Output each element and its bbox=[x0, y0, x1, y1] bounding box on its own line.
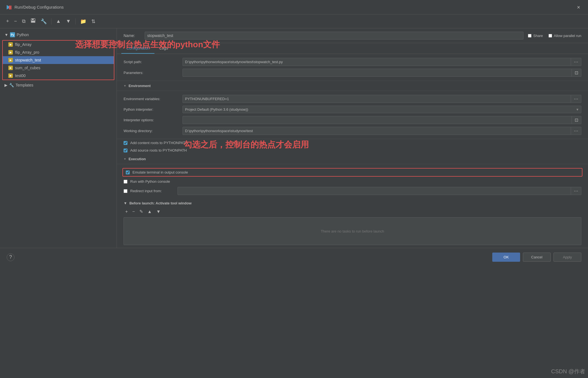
svg-rect-2 bbox=[10, 6, 11, 9]
add-content-roots-checkbox[interactable] bbox=[124, 141, 127, 145]
redirect-input-group: ⋯ bbox=[178, 187, 581, 195]
flip-array-label: flip_Array bbox=[15, 42, 31, 47]
add-source-roots-checkbox[interactable] bbox=[124, 149, 127, 152]
working-dir-row: Working directory: ⋯ bbox=[124, 127, 581, 135]
flip-array-pro-label: flip_Array_pro bbox=[15, 50, 39, 55]
interpreter-options-expand-button[interactable]: ⊡ bbox=[572, 116, 581, 124]
env-vars-input[interactable] bbox=[183, 95, 571, 103]
sidebar-item-flip-array-pro[interactable]: ▶ flip_Array_pro bbox=[3, 48, 114, 56]
add-content-roots-label[interactable]: Add content roots to PYTHONPATH bbox=[130, 141, 188, 145]
redirect-input-browse-button[interactable]: ⋯ bbox=[571, 187, 581, 195]
execution-section: Emulate terminal in output console Run w… bbox=[117, 164, 588, 198]
help-button[interactable]: ? bbox=[7, 253, 14, 261]
templates-group[interactable]: ▶ 🔧 Templates bbox=[0, 81, 117, 89]
interpreter-options-input-group: ⊡ bbox=[183, 116, 581, 124]
redirect-input-row: Redirect input from: ⋯ bbox=[117, 185, 588, 197]
add-config-button[interactable]: + bbox=[4, 17, 11, 25]
python-group-label: Python bbox=[17, 33, 29, 37]
main-toolbar: + − ⧉ 🔧 ▲ ▼ 📁 ⇅ bbox=[0, 14, 588, 28]
cancel-button[interactable]: Cancel bbox=[523, 253, 551, 262]
config-content: Script path: ⋯ Parameters: ⊡ bbox=[117, 54, 588, 248]
tab-logs[interactable]: Logs bbox=[154, 43, 173, 54]
working-dir-browse-button[interactable]: ⋯ bbox=[571, 127, 581, 135]
run-python-console-checkbox[interactable] bbox=[124, 180, 127, 184]
add-source-roots-label[interactable]: Add source roots to PYTHONPATH bbox=[130, 148, 187, 152]
redirect-input-label[interactable]: Redirect input from: bbox=[130, 189, 175, 193]
python-interpreter-label: Python interpreter: bbox=[124, 107, 179, 112]
script-path-label: Script path: bbox=[124, 60, 179, 64]
working-dir-input[interactable] bbox=[183, 127, 571, 135]
share-checkbox-label[interactable]: Share bbox=[528, 34, 543, 38]
apply-button[interactable]: Apply bbox=[553, 253, 581, 262]
save-icon bbox=[31, 18, 36, 23]
copy-config-button[interactable]: ⧉ bbox=[20, 17, 27, 25]
remove-config-button[interactable]: − bbox=[13, 17, 19, 25]
sidebar-item-test00[interactable]: ▶ test00 bbox=[3, 72, 114, 80]
parameters-input[interactable] bbox=[183, 69, 572, 77]
share-checkbox[interactable] bbox=[528, 34, 532, 38]
script-path-section: Script path: ⋯ Parameters: ⊡ bbox=[117, 54, 588, 81]
redirect-input-checkbox[interactable] bbox=[124, 189, 127, 193]
script-path-browse-button[interactable]: ⋯ bbox=[571, 58, 581, 66]
move-up-button[interactable]: ▲ bbox=[54, 17, 63, 25]
launch-remove-button[interactable]: − bbox=[131, 208, 136, 215]
emulate-terminal-label[interactable]: Emulate terminal in output console bbox=[132, 170, 188, 174]
launch-toolbar: + − ✎ ▲ ▼ bbox=[124, 208, 581, 215]
flip-array-pro-icon: ▶ bbox=[8, 50, 13, 55]
interpreter-options-input[interactable] bbox=[183, 116, 572, 124]
env-vars-browse-button[interactable]: ⋯ bbox=[571, 95, 581, 103]
run-python-console-label[interactable]: Run with Python console bbox=[130, 179, 170, 184]
launch-up-button[interactable]: ▲ bbox=[146, 208, 154, 215]
sidebar-item-sum-of-cubes[interactable]: ▶ sum_of_cubes bbox=[3, 64, 114, 72]
add-content-roots-row: Add content roots to PYTHONPATH bbox=[117, 139, 588, 147]
sort-button[interactable]: ⇅ bbox=[90, 17, 97, 26]
settings-button[interactable]: 🔧 bbox=[39, 17, 48, 26]
test00-icon: ▶ bbox=[8, 73, 13, 78]
run-debug-icon bbox=[6, 4, 12, 10]
chevron-right-icon: ▶ bbox=[4, 83, 8, 87]
environment-chevron-icon: ▼ bbox=[124, 84, 126, 87]
execution-section-header[interactable]: ▼ Execution bbox=[117, 154, 588, 164]
redirect-input-field[interactable] bbox=[178, 187, 571, 195]
python-interpreter-select[interactable]: Project Default (Python 3.6 (studynow)) bbox=[183, 106, 581, 113]
execution-chevron-icon: ▼ bbox=[124, 157, 126, 160]
env-vars-input-group: ⋯ bbox=[183, 95, 581, 103]
action-buttons: OK Cancel Apply bbox=[492, 253, 581, 262]
allow-parallel-checkbox[interactable] bbox=[548, 34, 552, 38]
tab-configuration-label: Configuration bbox=[126, 46, 149, 50]
launch-add-button[interactable]: + bbox=[124, 208, 129, 215]
launch-down-button[interactable]: ▼ bbox=[155, 208, 163, 215]
toolbar-divider bbox=[51, 18, 51, 24]
toolbar-divider-2 bbox=[75, 18, 76, 24]
before-launch-header: ▼ Before launch: Activate tool window bbox=[124, 201, 581, 205]
share-label: Share bbox=[533, 34, 543, 38]
before-launch-label: Before launch: Activate tool window bbox=[129, 201, 191, 205]
move-down-button[interactable]: ▼ bbox=[64, 17, 73, 25]
emulate-terminal-row: Emulate terminal in output console bbox=[122, 168, 582, 177]
parameters-browse-button[interactable]: ⊡ bbox=[572, 69, 581, 77]
sidebar-item-flip-array[interactable]: ▶ flip_Array bbox=[3, 41, 114, 48]
folder-button[interactable]: 📁 bbox=[78, 17, 88, 26]
parameters-row: Parameters: ⊡ bbox=[124, 69, 581, 77]
launch-edit-button[interactable]: ✎ bbox=[138, 208, 145, 215]
emulate-terminal-checkbox[interactable] bbox=[126, 171, 130, 174]
close-button[interactable]: × bbox=[575, 3, 582, 11]
svg-rect-1 bbox=[9, 6, 10, 9]
script-path-row: Script path: ⋯ bbox=[124, 58, 581, 66]
env-vars-label: Environment variables: bbox=[124, 97, 179, 101]
stopwatch-test-icon: ▶ bbox=[8, 58, 13, 62]
save-config-button[interactable] bbox=[29, 17, 37, 26]
sidebar-item-stopwatch-test[interactable]: ▶ stopwatch_test bbox=[3, 56, 114, 64]
python-group[interactable]: ▼ Py Python bbox=[0, 31, 117, 39]
ok-button[interactable]: OK bbox=[492, 253, 520, 262]
environment-section-header[interactable]: ▼ Environment bbox=[117, 81, 588, 91]
title-bar: Run/Debug Configurations × bbox=[0, 0, 588, 14]
test00-label: test00 bbox=[15, 73, 26, 78]
main-content: ▼ Py Python ▶ flip_Array ▶ flip_Array_pr… bbox=[0, 28, 588, 248]
before-launch-section: ▼ Before launch: Activate tool window + … bbox=[117, 198, 588, 248]
allow-parallel-checkbox-label[interactable]: Allow parallel run bbox=[548, 34, 581, 38]
name-input[interactable] bbox=[145, 32, 523, 39]
before-launch-chevron-icon: ▼ bbox=[124, 201, 127, 205]
tab-configuration[interactable]: Configuration bbox=[121, 43, 154, 54]
script-path-input[interactable] bbox=[183, 58, 571, 66]
